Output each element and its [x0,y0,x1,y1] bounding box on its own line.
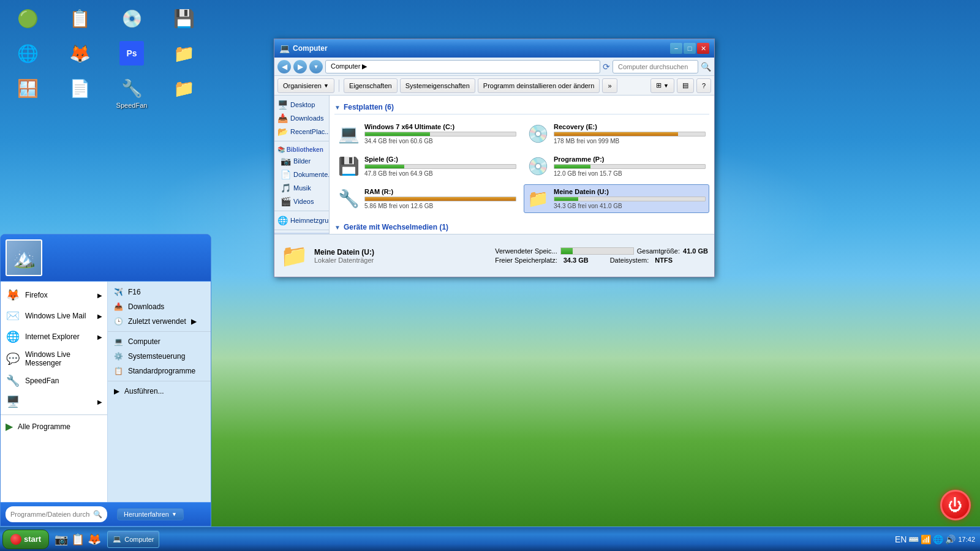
drive-p-bar-fill [554,165,590,168]
firefox-label: Firefox [25,291,48,299]
address-input[interactable] [325,60,600,73]
desktop-icon-ps[interactable]: Ps [110,41,153,67]
desktop-icon-firefox[interactable]: 🦊 [58,41,101,67]
maximize-button[interactable]: □ [684,43,696,54]
system-properties-button[interactable]: Systemeigenschaften [400,78,475,93]
start-button[interactable]: start [2,530,49,549]
minimize-button[interactable]: − [670,43,682,54]
desktop-icon-doc[interactable]: 📄 [58,76,101,109]
drive-g[interactable]: 💾 Spiele (G:) 47.8 GB frei von 64.9 GB [334,152,520,181]
help-button[interactable]: ? [696,78,711,93]
tray-volume-icon: 🔊 [945,534,956,544]
desktop-icon-3[interactable]: 💿 [110,6,153,32]
start-search-box[interactable]: 🔍 [6,506,107,522]
drive-r[interactable]: 🔧 RAM (R:) 5.86 MB frei von 12.6 GB [334,184,520,213]
desktop-icon-1[interactable]: 🟢 [6,6,49,32]
sidebar-item-network[interactable]: 🌐 Heimnetzgrup... [274,214,329,227]
desktop-icon-2[interactable]: 📋 [58,6,101,32]
start-label: start [24,534,41,544]
sidebar-section-libraries[interactable]: 📚 Bibliotheken [274,144,329,154]
refresh-button[interactable]: ⟳ [603,62,610,72]
sidebar-item-documents[interactable]: 📄 Dokumente... [274,168,329,181]
menu-item-unknown[interactable]: 🖥️ ▶ [1,391,107,412]
more-button[interactable]: » [602,78,617,93]
herunterfahren-arrow-icon: ▼ [172,511,177,517]
forward-button[interactable]: ▶ [293,60,307,73]
menu-right-downloads[interactable]: 📥 Downloads [108,299,211,314]
close-button[interactable]: ✕ [697,43,709,54]
sidebar-item-music[interactable]: 🎵 Musik [274,181,329,195]
taskbar-instagram-icon[interactable]: 📷 [55,533,68,546]
drive-c-name: Windows 7 x64 Ultimate (C:) [364,123,516,130]
properties-button[interactable]: Eigenschaften [344,78,398,93]
view-arrow-icon: ▼ [663,83,669,89]
free-value: 34.3 GB [564,257,589,264]
taskbar-firefox-icon[interactable]: 🦊 [88,533,101,546]
run-icon: ▶ [114,387,119,395]
desktop-icon-folder2[interactable]: 📁 [162,76,205,109]
layout-button[interactable]: ▤ [677,78,694,93]
drive-p[interactable]: 💿 Programme (P:) 12.0 GB frei von 15.7 G… [524,152,709,181]
speedfan-label: SpeedFan [116,102,148,109]
drive-u[interactable]: 📁 Meine Datein (U:) 34.3 GB frei von 41.… [524,184,709,213]
sidebar-item-recent[interactable]: 📂 RecentPlac... [274,125,329,138]
libraries-icon: 📚 [277,146,285,153]
start-search-input[interactable] [10,511,90,518]
sidebar-item-pictures[interactable]: 📷 Bilder [274,154,329,168]
alle-programme-item[interactable]: ▶ Alle Programme [1,418,107,435]
herunterfahren-button[interactable]: Herunterfahren ▼ [117,508,184,520]
menu-right-controlpanel[interactable]: ⚙️ Systemsteuerung [108,349,211,364]
taskbar-computer-icon: 💻 [113,535,121,543]
desktop-icon-speedfan[interactable]: 🔧 SpeedFan [110,76,153,109]
menu-right-default[interactable]: 📋 Standardprogramme [108,364,211,378]
removable-header: ▼ Geräte mit Wechselmedien (1) [334,220,709,234]
menu-right-computer[interactable]: 💻 Computer [108,334,211,349]
uninstall-button[interactable]: Programm deinstallieren oder ändern [478,78,600,93]
drive-g-bar-bg [364,164,516,169]
menu-item-ie[interactable]: 🌐 Internet Explorer ▶ [1,326,107,347]
drive-e-info: Recovery (E:) 178 MB frei von 999 MB [554,123,706,144]
start-menu-header: 🏔️ [1,234,211,282]
drive-c[interactable]: 💻 Windows 7 x64 Ultimate (C:) 34.4 GB fr… [334,119,520,148]
left-separator [1,414,107,415]
help-icon: ? [702,82,706,89]
menu-right-f16[interactable]: ✈️ F16 [108,285,211,299]
recent-right-label: Zuletzt verwendet [128,317,186,326]
explorer-body: 🖥️ Desktop 📥 Downloads 📂 RecentPlac... 📚… [274,96,714,234]
menu-item-messenger[interactable]: 💬 Windows Live Messenger [1,347,107,370]
speedfan-menu-label: SpeedFan [25,377,59,385]
taskbar-icon2[interactable]: 📋 [71,533,85,546]
desktop-icon-4[interactable]: 💾 [162,6,205,32]
menu-item-speedfan[interactable]: 🔧 SpeedFan [1,370,107,391]
explorer-window: 💻 Computer − □ ✕ ◀ ▶ ▼ ⟳ 🔍 Organisieren … [274,39,715,277]
drive-p-icon: 💿 [527,156,549,176]
search-input[interactable] [612,60,698,73]
recent-icon: 📂 [277,127,288,137]
downloads-right-icon: 📥 [114,302,123,311]
menu-right-recent[interactable]: 🕒 Zuletzt verwendet ▶ [108,314,211,329]
menu-item-mail[interactable]: ✉️ Windows Live Mail ▶ [1,305,107,326]
drive-r-bar-fill [365,197,516,201]
dropdown-button[interactable]: ▼ [309,60,323,73]
sidebar-item-downloads[interactable]: 📥 Downloads [274,111,329,125]
desktop-icon-folder[interactable]: 📁 [162,41,205,67]
videos-icon: 🎬 [281,197,291,206]
menu-item-firefox[interactable]: 🦊 Firefox ▶ [1,285,107,305]
desktop-icon-ie[interactable]: 🌐 [6,41,49,67]
sidebar-item-desktop[interactable]: 🖥️ Desktop [274,98,329,111]
speedfan-icon: 🔧 [119,76,144,100]
power-button[interactable]: ⏻ [940,490,971,520]
desktop-icon-windows[interactable]: 🪟 [6,76,49,109]
sidebar-item-videos[interactable]: 🎬 Videos [274,195,329,208]
view-options-button[interactable]: ⊞ ▼ [650,78,674,93]
windows-orb-icon [10,534,21,545]
back-button[interactable]: ◀ [277,60,291,73]
computer-right-icon: 💻 [114,337,123,346]
taskbar-item-computer[interactable]: 💻 Computer [107,531,159,548]
menu-right-run[interactable]: ▶ Ausführen... [108,384,211,399]
drive-e[interactable]: 💿 Recovery (E:) 178 MB frei von 999 MB [524,119,709,148]
organize-button[interactable]: Organisieren ▼ [277,78,334,93]
search-icon[interactable]: 🔍 [701,62,711,72]
address-bar: ◀ ▶ ▼ ⟳ 🔍 [274,58,714,76]
drive-c-bar-fill [365,132,430,136]
